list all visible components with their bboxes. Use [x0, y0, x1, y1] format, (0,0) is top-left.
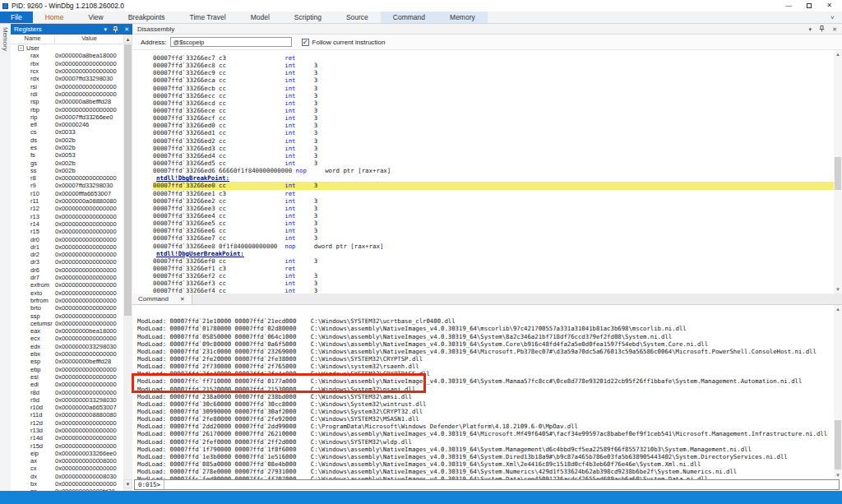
follow-checkbox[interactable]: ✓ — [302, 39, 309, 46]
scrollbar-thumb[interactable] — [835, 157, 841, 190]
disassembly-line[interactable]: 00007ffd`33266ee5 cc int 3 — [153, 220, 834, 227]
register-row[interactable]: r80x0000000000000000 — [11, 174, 123, 182]
register-row[interactable]: r13d0x0000000000000000 — [11, 427, 123, 434]
ribbon-tab-home[interactable]: Home — [33, 12, 76, 23]
register-row[interactable]: rsp0x000000a8befffd28 — [11, 98, 123, 105]
docked-tab-memory[interactable]: Memory — [2, 27, 9, 51]
register-row[interactable]: exto0x0000000000000000 — [11, 289, 123, 297]
register-row[interactable]: ss0x002b — [11, 167, 123, 174]
register-row[interactable]: ebx0x0000000000000000 — [11, 350, 123, 358]
register-row[interactable]: bx0x0000000000000000 — [11, 480, 123, 488]
register-row[interactable]: brfrom0x0000000000000000 — [11, 297, 123, 304]
scroll-down-icon[interactable]: ▼ — [123, 479, 132, 488]
disassembly-line[interactable]: 00007ffd`33266ee8 0f1f840000000000 nop d… — [153, 243, 834, 250]
pin-icon[interactable] — [113, 26, 118, 33]
tab-command[interactable]: Command ✕ — [132, 294, 192, 304]
register-row[interactable]: esi0x0000000000000000 — [11, 373, 123, 381]
address-input[interactable] — [170, 37, 292, 47]
follow-current-instruction-option[interactable]: ✓ Follow current instruction — [302, 39, 386, 46]
disassembly-line[interactable]: 00007ffd`33266ed5 cc int 3 — [153, 160, 834, 167]
register-row[interactable]: r90x00007ffd33298030 — [11, 182, 123, 189]
disassembly-panel-header[interactable]: Disassembly ▾ ✕ — [132, 24, 842, 35]
register-row[interactable]: edi0x0000000000000000 — [11, 381, 123, 388]
register-row[interactable]: exfrom0x0000000000000000 — [11, 281, 123, 289]
close-icon[interactable]: ✕ — [832, 26, 837, 32]
disassembly-line[interactable]: 00007ffd`33266ed1 cc int 3 — [153, 129, 834, 136]
minimize-icon[interactable]: — — [785, 2, 792, 9]
ribbon-tab-memory[interactable]: Memory — [437, 12, 488, 23]
register-row[interactable]: rsi0x0000000000000000 — [11, 82, 123, 90]
disassembly-line[interactable]: 00007ffd`33266ec8 cc int 3 — [153, 62, 834, 69]
register-row[interactable]: r14d0x0000000000000000 — [11, 434, 123, 442]
register-row[interactable]: rcx0x0000000000000000 — [11, 67, 123, 75]
disassembly-line[interactable]: 00007ffd`33266ed4 cc int 3 — [153, 152, 834, 160]
register-row[interactable]: r110x0000000a08880080 — [11, 197, 123, 205]
disassembly-line[interactable]: 00007ffd`33266ee7 cc int 3 — [153, 234, 834, 242]
disassembly-scrollbar[interactable]: ▲ ▼ — [834, 50, 842, 294]
register-row[interactable]: ssp0x0000000000000000 — [11, 312, 123, 319]
register-row[interactable]: r15d0x0000000000000000 — [11, 442, 123, 449]
ribbon-tab-time-travel[interactable]: Time Travel — [178, 12, 238, 23]
command-input[interactable] — [164, 480, 839, 489]
register-row[interactable]: dr10x0000000000000000 — [11, 243, 123, 251]
pin-icon[interactable] — [819, 25, 825, 32]
column-name[interactable]: Name — [11, 35, 55, 44]
register-row[interactable]: ax0x0000000000008000 — [11, 457, 123, 465]
ribbon-collapse-icon[interactable]: ˅ — [824, 12, 841, 24]
register-row[interactable]: gs0x002b — [11, 159, 123, 166]
disassembly-line[interactable]: 00007ffd`33266ee1 c3 ret — [153, 190, 834, 197]
register-row[interactable]: dx0x0000000000008030 — [11, 473, 123, 480]
register-row[interactable]: ecx0x0000000000000000 — [11, 335, 123, 342]
disassembly-line[interactable]: 00007ffd`33266ed6 66660f1f840000000000 n… — [153, 167, 834, 174]
register-row[interactable]: r8d0x0000000000000000 — [11, 388, 123, 395]
disassembly-line[interactable]: 00007ffd`33266ef2 cc int 3 — [153, 272, 834, 280]
close-icon[interactable]: ✕ — [124, 26, 129, 32]
scrollbar-thumb[interactable] — [835, 420, 841, 469]
disassembly-line[interactable]: 00007ffd`33266ed3 cc int 3 — [153, 145, 834, 152]
register-row[interactable]: r120x0000000000000000 — [11, 205, 123, 212]
register-row[interactable]: rax0x000000a8bea18000 — [11, 52, 123, 59]
register-row[interactable]: cx0x0000000000000000 — [11, 465, 123, 472]
ribbon-tab-scripting[interactable]: Scripting — [282, 12, 334, 23]
register-group-row[interactable]: −User — [11, 44, 123, 52]
disassembly-line[interactable]: 00007ffd`33266ece cc int 3 — [153, 107, 834, 114]
disassembly-line[interactable]: 00007ffd`33266ecc cc int 3 — [153, 92, 834, 99]
scrollbar-thumb[interactable] — [124, 44, 132, 316]
disassembly-line[interactable]: 00007ffd`33266ef3 cc int 3 — [153, 280, 834, 287]
register-row[interactable]: dr20x0000000000000000 — [11, 251, 123, 258]
register-row[interactable]: rbx0x0000000000000000 — [11, 60, 123, 67]
register-row[interactable]: es0x002b — [11, 144, 123, 151]
register-row[interactable]: r12d0x0000000000000000 — [11, 419, 123, 427]
registers-panel-header[interactable]: Registers ▾ ✕ — [11, 24, 132, 35]
ribbon-tab-model[interactable]: Model — [238, 12, 282, 23]
register-row[interactable]: dr60x0000000000000000 — [11, 266, 123, 274]
close-icon[interactable]: ✕ — [826, 2, 832, 9]
register-row[interactable]: cetumsr0x0000000000000000 — [11, 320, 123, 327]
ribbon-tab-command[interactable]: Command — [381, 12, 437, 23]
disassembly-line[interactable]: 00007ffd`33266ecd cc int 3 — [153, 99, 834, 107]
scroll-down-icon[interactable]: ▼ — [834, 285, 842, 294]
panel-dropdown-icon[interactable]: ▾ — [104, 26, 108, 32]
register-row[interactable]: dr00x0000000000000000 — [11, 235, 123, 243]
disassembly-line[interactable]: 00007ffd`33266ed2 cc int 3 — [153, 137, 834, 145]
panel-dropdown-icon[interactable]: ▾ — [809, 26, 812, 32]
ribbon-tab-source[interactable]: Source — [334, 12, 381, 23]
register-row[interactable]: cs0x0033 — [11, 128, 123, 136]
register-row[interactable]: rbp0x0000000000000000 — [11, 105, 123, 113]
register-row[interactable]: dr30x0000000000000000 — [11, 258, 123, 266]
disassembly-line[interactable]: 00007ffd`33266ee4 cc int 3 — [153, 212, 834, 220]
register-row[interactable]: fs0x0053 — [11, 151, 123, 159]
register-row[interactable]: dr70x0000000000000000 — [11, 274, 123, 281]
disassembly-line[interactable]: 00007ffd`33266ee3 cc int 3 — [153, 205, 834, 212]
register-row[interactable]: rdi0x0000000000000000 — [11, 90, 123, 98]
registers-scrollbar[interactable]: ▲ ▼ — [123, 35, 132, 491]
scroll-up-icon[interactable]: ▲ — [123, 35, 132, 44]
register-row[interactable]: efl0x00000246 — [11, 121, 123, 128]
register-row[interactable]: r140x0000000000000000 — [11, 220, 123, 228]
disassembly-line[interactable]: 00007ffd`33266ed0 cc int 3 — [153, 122, 834, 129]
disassembly-line-current[interactable]: 00007ffd`33266ee0 cc int 3 — [153, 182, 834, 189]
register-row[interactable]: r150x0000000000000000 — [11, 228, 123, 235]
register-row[interactable]: eax0x00000000bea18000 — [11, 327, 123, 335]
close-icon[interactable]: ✕ — [180, 296, 185, 303]
ribbon-tab-view[interactable]: View — [76, 12, 115, 23]
